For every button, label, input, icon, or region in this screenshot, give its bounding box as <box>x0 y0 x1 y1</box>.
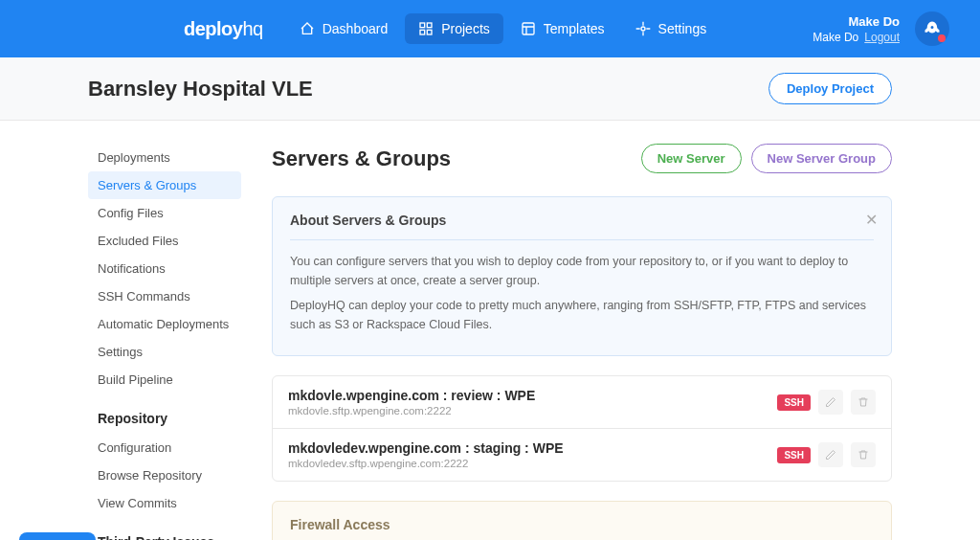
nav-projects[interactable]: Projects <box>405 13 503 44</box>
ssh-badge: SSH <box>777 394 811 411</box>
server-host: mkdovledev.sftp.wpengine.com:2222 <box>288 458 564 469</box>
server-row[interactable]: mkdovle.wpengine.com : review : WPE mkdo… <box>273 376 891 429</box>
dashboard-icon <box>300 21 315 36</box>
rocket-icon <box>924 20 941 37</box>
sidebar-item-servers-groups[interactable]: Servers & Groups <box>88 171 241 199</box>
server-name: mkdovle.wpengine.com : review : WPE <box>288 388 535 403</box>
sidebar-item-deployments[interactable]: Deployments <box>88 144 241 171</box>
sidebar-item-settings[interactable]: Settings <box>88 338 241 366</box>
about-text-2: DeployHQ can deploy your code to pretty … <box>290 296 874 334</box>
account-block: Make Do Make Do Logout <box>813 14 900 44</box>
logo[interactable]: deployhq <box>184 18 263 40</box>
account-name: Make Do <box>813 14 900 29</box>
svg-rect-1 <box>428 23 433 28</box>
sidebar-item-excluded-files[interactable]: Excluded Files <box>88 227 241 255</box>
about-box: ✕ About Servers & Groups You can configu… <box>272 196 892 356</box>
edit-button[interactable] <box>818 390 843 415</box>
server-row[interactable]: mkdovledev.wpengine.com : staging : WPE … <box>273 429 891 481</box>
new-server-group-button[interactable]: New Server Group <box>751 144 892 173</box>
svg-point-5 <box>641 27 645 31</box>
server-host: mkdovle.sftp.wpengine.com:2222 <box>288 405 535 416</box>
sidebar: Deployments Servers & Groups Config File… <box>88 144 241 540</box>
delete-button[interactable] <box>851 442 876 467</box>
sidebar-item-configuration[interactable]: Configuration <box>88 434 241 461</box>
sidebar-item-ssh-commands[interactable]: SSH Commands <box>88 282 241 310</box>
logout-link[interactable]: Logout <box>864 31 900 44</box>
svg-rect-0 <box>420 23 425 28</box>
about-text-1: You can configure servers that you wish … <box>290 252 874 290</box>
templates-icon <box>521 21 536 36</box>
sidebar-item-browse-repo[interactable]: Browse Repository <box>88 461 241 489</box>
edit-button[interactable] <box>818 442 843 467</box>
deploy-project-button[interactable]: Deploy Project <box>768 73 892 104</box>
sidebar-item-auto-deployments[interactable]: Automatic Deployments <box>88 310 241 338</box>
nav-settings[interactable]: Settings <box>622 13 721 44</box>
top-navbar: deployhq Dashboard Projects Templates <box>0 0 980 57</box>
sidebar-item-build-pipeline[interactable]: Build Pipeline <box>88 366 241 394</box>
svg-rect-3 <box>428 30 433 34</box>
nav-dashboard[interactable]: Dashboard <box>286 13 402 44</box>
sidebar-item-config-files[interactable]: Config Files <box>88 199 241 227</box>
subheader: Barnsley Hospital VLE Deploy Project <box>0 57 980 121</box>
about-title: About Servers & Groups <box>290 213 874 228</box>
firewall-title: Firewall Access <box>290 517 874 532</box>
projects-icon <box>418 21 434 36</box>
delete-button[interactable] <box>851 390 876 415</box>
support-tab[interactable] <box>19 532 96 540</box>
sidebar-heading-issues: Third-Party Issues <box>98 534 241 540</box>
rocket-badge[interactable] <box>915 11 949 46</box>
svg-rect-4 <box>523 23 534 34</box>
trash-icon <box>858 396 869 408</box>
new-server-button[interactable]: New Server <box>641 144 742 173</box>
nav-templates[interactable]: Templates <box>507 13 618 44</box>
main-content: Servers & Groups New Server New Server G… <box>272 144 892 540</box>
settings-icon <box>635 21 651 36</box>
ssh-badge: SSH <box>777 447 811 463</box>
account-org: Make Do <box>813 31 858 44</box>
svg-rect-2 <box>420 30 425 34</box>
pencil-icon <box>825 449 836 461</box>
content-title: Servers & Groups <box>272 146 451 171</box>
sidebar-item-view-commits[interactable]: View Commits <box>88 489 241 517</box>
firewall-box: Firewall Access To grant DeployHQ access… <box>272 501 892 540</box>
close-icon[interactable]: ✕ <box>865 211 878 229</box>
page-title: Barnsley Hospital VLE <box>88 77 313 101</box>
sidebar-item-notifications[interactable]: Notifications <box>88 255 241 282</box>
pencil-icon <box>825 396 836 408</box>
trash-icon <box>858 449 869 461</box>
server-name: mkdovledev.wpengine.com : staging : WPE <box>288 440 564 456</box>
server-list: mkdovle.wpengine.com : review : WPE mkdo… <box>272 375 892 482</box>
sidebar-heading-repository: Repository <box>98 411 241 426</box>
